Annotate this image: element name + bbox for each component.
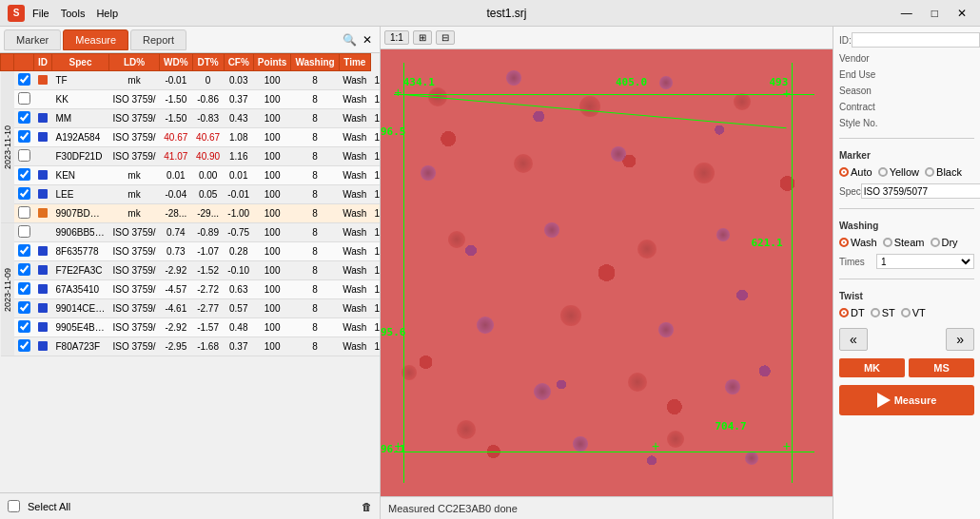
row-checkbox[interactable] (18, 263, 30, 276)
row-checkbox-cell (14, 204, 34, 223)
washing-steam-label: Steam (894, 237, 925, 248)
row-checkbox[interactable] (18, 111, 30, 124)
row-checkbox[interactable] (18, 92, 30, 105)
col-wd: WD% (160, 54, 193, 71)
row-spec: ISO 3759/ (109, 280, 160, 299)
row-checkbox[interactable] (18, 320, 30, 333)
row-checkbox[interactable] (18, 168, 30, 181)
row-checkbox[interactable] (18, 301, 30, 314)
grid-button[interactable]: ⊞ (413, 30, 432, 45)
row-checkbox[interactable] (18, 339, 30, 352)
row-checkbox[interactable] (18, 206, 30, 219)
row-washing: Wash (339, 242, 370, 261)
prev-button[interactable]: « (839, 328, 868, 351)
row-id: 99014CE7... (52, 299, 109, 318)
twist-st-radio[interactable] (871, 308, 880, 317)
marker-yellow-label: Yellow (890, 166, 919, 178)
tab-measure[interactable]: Measure (63, 29, 128, 50)
row-checkbox[interactable] (18, 130, 30, 143)
layout-button[interactable]: ⊟ (436, 30, 455, 45)
tab-report[interactable]: Report (130, 29, 186, 50)
id-input[interactable] (852, 32, 980, 48)
date-cell: 2023-11-10 (1, 71, 14, 223)
col-id: ID (34, 54, 52, 71)
spec-input[interactable] (861, 183, 980, 199)
marker-black-radio[interactable] (925, 167, 934, 177)
row-checkbox[interactable] (18, 244, 30, 257)
menu-tools[interactable]: Tools (61, 8, 86, 19)
marker-yellow-option[interactable]: Yellow (878, 166, 919, 178)
row-checkbox-cell (14, 299, 34, 318)
col-date (1, 54, 14, 71)
next-button[interactable]: » (946, 328, 974, 351)
row-cf: 100 (253, 223, 291, 242)
row-spec: ISO 3759/ (109, 299, 160, 318)
row-color-cell (34, 223, 52, 242)
row-ld: -2.92 (160, 318, 193, 337)
washing-wash-option[interactable]: Wash (839, 237, 877, 248)
row-wd: 40.67 (192, 128, 224, 147)
close-search-icon[interactable]: ✕ (359, 33, 376, 47)
row-checkbox[interactable] (18, 282, 30, 295)
washing-dry-option[interactable]: Dry (931, 237, 958, 248)
row-checkbox-cell (14, 223, 34, 242)
row-time: 1 (370, 337, 380, 356)
twist-dt-label: DT (851, 307, 865, 318)
row-points: 8 (291, 299, 339, 318)
twist-dt-option[interactable]: DT (839, 307, 865, 318)
svg-point-16 (402, 365, 417, 380)
twist-dt-radio[interactable] (839, 308, 849, 317)
marker-yellow-radio[interactable] (878, 167, 888, 177)
search-icon[interactable]: 🔍 (343, 33, 357, 47)
minimize-button[interactable]: — (895, 5, 918, 22)
color-indicator (38, 303, 48, 313)
row-dt: -0.10 (224, 261, 253, 280)
row-checkbox-cell (14, 280, 34, 299)
close-button[interactable]: ✕ (951, 5, 972, 22)
row-checkbox[interactable] (18, 149, 30, 162)
tab-bar: Marker Measure Report 🔍 ✕ (0, 27, 380, 53)
washing-dry-radio[interactable] (931, 238, 940, 247)
washing-steam-radio[interactable] (883, 238, 892, 247)
select-all-checkbox[interactable] (8, 500, 20, 512)
washing-steam-option[interactable]: Steam (883, 237, 925, 248)
row-wd: 40.90 (192, 147, 224, 166)
menu-file[interactable]: File (32, 8, 49, 19)
row-wd: -0.89 (192, 223, 224, 242)
row-ld: -28... (160, 204, 193, 223)
marker-auto-radio[interactable] (839, 167, 849, 177)
ms-button[interactable]: MS (909, 358, 974, 377)
row-points: 8 (291, 185, 339, 204)
twist-vt-radio[interactable] (901, 308, 911, 317)
color-indicator (38, 113, 48, 123)
marker-auto-option[interactable]: Auto (839, 166, 872, 178)
color-indicator (38, 246, 48, 256)
row-dt: 1.08 (224, 128, 253, 147)
svg-point-11 (637, 240, 657, 259)
row-cf: 100 (253, 147, 291, 166)
row-points: 8 (291, 261, 339, 280)
twist-vt-option[interactable]: VT (901, 307, 926, 318)
row-washing: Wash (339, 204, 370, 223)
row-color-cell (34, 280, 52, 299)
delete-icon[interactable]: 🗑 (362, 501, 372, 512)
row-checkbox[interactable] (18, 225, 30, 238)
times-select[interactable]: 1235 (876, 254, 974, 269)
twist-st-option[interactable]: ST (871, 307, 895, 318)
row-washing: Wash (339, 261, 370, 280)
row-checkbox[interactable] (18, 73, 30, 86)
row-checkbox[interactable] (18, 187, 30, 200)
row-time: 1 (370, 223, 380, 242)
washing-wash-radio[interactable] (839, 238, 849, 247)
zoom-fit-button[interactable]: 1:1 (384, 30, 409, 45)
mk-button[interactable]: MK (839, 358, 905, 377)
marker-black-option[interactable]: Black (925, 166, 962, 178)
row-spec: ISO 3759/ (109, 147, 160, 166)
maximize-button[interactable]: □ (926, 5, 944, 22)
row-ld: -2.95 (160, 337, 193, 356)
times-label: Times (839, 257, 872, 267)
measure-button[interactable]: Measure (839, 385, 974, 415)
row-checkbox-cell (14, 261, 34, 280)
tab-marker[interactable]: Marker (4, 29, 61, 50)
menu-help[interactable]: Help (96, 8, 118, 19)
